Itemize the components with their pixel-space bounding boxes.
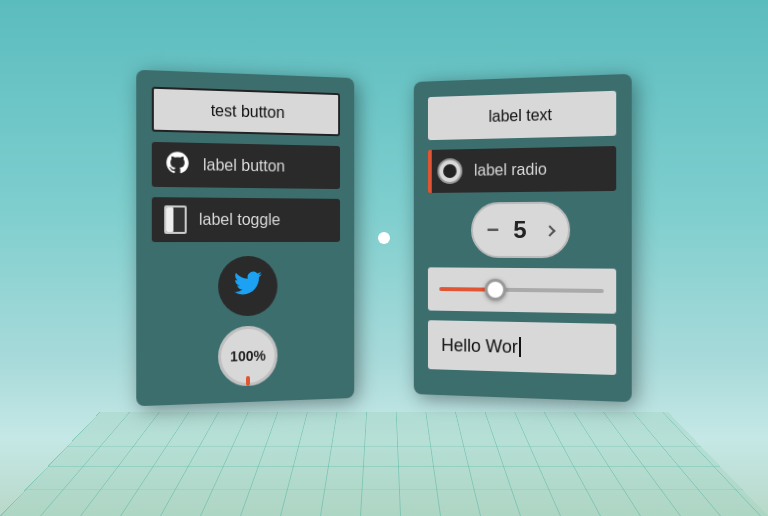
- right-panel: label text label radio 5 Hello Wor: [414, 74, 632, 402]
- label-text: label text: [428, 91, 616, 140]
- slider-thumb[interactable]: [485, 279, 507, 301]
- divider-dot: [378, 232, 390, 244]
- slider-container[interactable]: [428, 267, 616, 313]
- label-text-value: label text: [489, 106, 552, 126]
- label-button-label: label button: [203, 156, 285, 175]
- radio-label: label radio: [474, 161, 547, 180]
- label-toggle-label: label toggle: [199, 211, 280, 229]
- twitter-button[interactable]: [218, 256, 277, 317]
- label-button[interactable]: label button: [152, 142, 340, 189]
- test-button[interactable]: test button: [152, 87, 340, 137]
- github-icon: [164, 149, 191, 180]
- slider-track: [439, 287, 603, 293]
- percent-value: 100%: [230, 348, 265, 365]
- percent-display: 100%: [218, 325, 277, 387]
- radio-row[interactable]: label radio: [428, 146, 616, 193]
- spinner[interactable]: 5: [471, 202, 570, 259]
- twitter-icon: [234, 268, 262, 303]
- test-button-label: test button: [211, 102, 285, 122]
- radio-inner: [443, 164, 456, 178]
- radio-circle: [437, 158, 462, 184]
- scene: test button label button label toggle 10…: [138, 74, 630, 402]
- text-input-value: Hello Wor: [441, 335, 517, 358]
- left-panel: test button label button label toggle 10…: [136, 70, 354, 407]
- text-cursor: [519, 337, 521, 357]
- floor-grid: [0, 412, 768, 516]
- toggle-icon: [164, 205, 187, 234]
- spinner-value: 5: [513, 216, 526, 244]
- label-toggle-button[interactable]: label toggle: [152, 197, 340, 242]
- text-input[interactable]: Hello Wor: [428, 320, 616, 375]
